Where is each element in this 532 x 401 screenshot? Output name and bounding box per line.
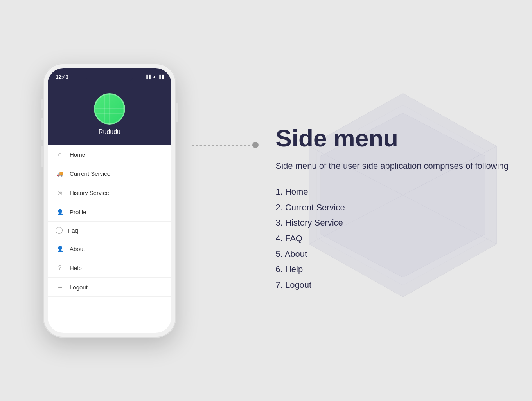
status-icons: ▐▐ ▲ ▐▐ — [145, 74, 164, 79]
history-service-icon: ◎ — [56, 188, 64, 197]
page-title: Side menu — [275, 125, 509, 152]
user-name: Rududu — [99, 128, 120, 135]
menu-item-profile[interactable]: 👤 Profile — [48, 202, 171, 222]
list-item-2: 2. Current Service — [275, 200, 509, 215]
phone-header: Rududu — [48, 85, 171, 145]
list-item-4: 4. FAQ — [275, 231, 509, 246]
help-icon: ? — [56, 264, 64, 272]
logout-icon: ⬅ — [56, 283, 64, 291]
menu-label-faq: Faq — [68, 227, 164, 234]
signal-icon: ▐▐ — [145, 75, 151, 79]
phone-notch — [86, 73, 133, 81]
current-service-icon: 🚚 — [56, 169, 64, 178]
profile-icon: 👤 — [56, 208, 64, 216]
menu-label-logout: Logout — [70, 284, 164, 291]
menu-item-faq[interactable]: i Faq — [48, 222, 171, 239]
menu-item-current-service[interactable]: 🚚 Current Service — [48, 164, 171, 183]
battery-icon: ▐▐ — [158, 75, 164, 79]
menu-label-home: Home — [70, 151, 164, 158]
page-container: 12:43 ▐▐ ▲ ▐▐ Rududu — [0, 0, 532, 401]
menu-item-home[interactable]: ⌂ Home — [48, 145, 171, 164]
menu-label-about: About — [70, 246, 164, 252]
menu-item-about[interactable]: 👤 About — [48, 239, 171, 258]
menu-label-current-service: Current Service — [70, 170, 164, 177]
content-area: Side menu Side menu of the user side app… — [275, 125, 509, 293]
list-item-5: 5. About — [275, 246, 509, 262]
list-item-7: 7. Logout — [275, 277, 509, 293]
avatar-grid — [95, 94, 124, 123]
phone-mockup: 12:43 ▐▐ ▲ ▐▐ Rududu — [43, 63, 176, 338]
mute-button — [41, 99, 43, 110]
wifi-icon: ▲ — [152, 74, 156, 79]
connector-dot — [252, 142, 259, 148]
status-time: 12:43 — [56, 74, 68, 80]
list-item-1: 1. Home — [275, 184, 509, 200]
avatar — [94, 93, 125, 125]
menu-label-profile: Profile — [70, 209, 164, 215]
volume-up-button — [41, 118, 43, 140]
about-icon: 👤 — [56, 244, 64, 253]
menu-item-logout[interactable]: ⬅ Logout — [48, 278, 171, 297]
menu-item-help[interactable]: ? Help — [48, 258, 171, 278]
faq-icon: i — [56, 227, 63, 234]
subtitle-text: Side menu of the user side application c… — [275, 159, 509, 172]
list-item-3: 3. History Service — [275, 215, 509, 231]
volume-down-button — [41, 146, 43, 167]
menu-item-history-service[interactable]: ◎ History Service — [48, 183, 171, 202]
dashed-connector — [192, 145, 254, 146]
menu-label-history-service: History Service — [70, 190, 164, 196]
content-list: 1. Home 2. Current Service 3. History Se… — [275, 184, 509, 293]
home-icon: ⌂ — [56, 150, 64, 159]
menu-container: ⌂ Home 🚚 Current Service ◎ History Servi… — [48, 145, 171, 297]
list-item-6: 6. Help — [275, 262, 509, 277]
power-button — [176, 103, 178, 122]
menu-label-help: Help — [70, 265, 164, 271]
